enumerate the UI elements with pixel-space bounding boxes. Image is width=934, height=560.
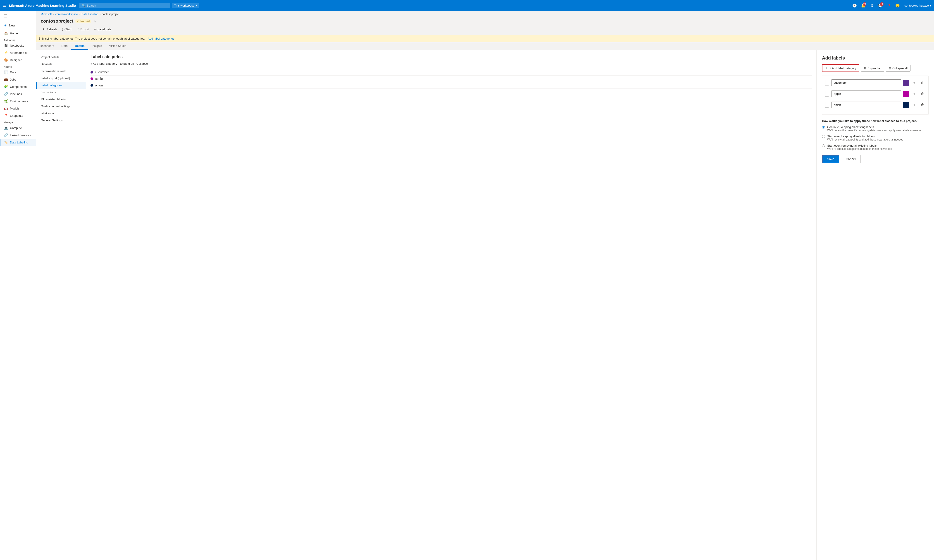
color-swatch-onion[interactable]	[903, 102, 909, 108]
delete-label-onion[interactable]: 🗑	[919, 102, 926, 108]
breadcrumb-microsoft[interactable]: Microsoft	[41, 13, 52, 16]
breadcrumb-workspace[interactable]: contosoworkspace	[55, 13, 78, 16]
label-item-apple: ＋ 🗑	[825, 89, 926, 98]
page-header: contosoproject ⚠ Paused ☆ ↻ Refresh ▷ St…	[36, 18, 934, 35]
new-button[interactable]: ＋ New	[0, 21, 36, 30]
sidebar-item-home[interactable]: 🏠 Home	[0, 30, 36, 37]
add-sublabel-apple[interactable]: ＋	[911, 91, 917, 97]
label-input-cucumber[interactable]	[831, 79, 901, 86]
tab-insights[interactable]: Insights	[88, 42, 106, 50]
tab-vision-studio[interactable]: Vision Studio	[106, 42, 130, 50]
collapse-all-button[interactable]: ⊟ Collapse all	[886, 65, 911, 71]
sidebar-item-endpoints[interactable]: 📍 Endpoints	[0, 112, 36, 119]
export-button[interactable]: ↗ Export	[75, 26, 91, 32]
label-input-onion[interactable]	[831, 102, 901, 108]
radio-continue-label: Continue, keeping all existing labels	[827, 125, 922, 129]
color-swatch-cucumber[interactable]	[903, 80, 909, 86]
delete-label-cucumber[interactable]: 🗑	[919, 80, 926, 86]
sidebar-item-data[interactable]: 📊 Data	[0, 69, 36, 76]
label-input-apple[interactable]	[831, 91, 901, 97]
search-box[interactable]: 🔍	[79, 3, 170, 8]
label-item-onion: ＋ 🗑	[825, 101, 926, 109]
add-sublabel-cucumber[interactable]: ＋	[911, 80, 917, 86]
status-text: Paused	[80, 20, 89, 23]
start-icon: ▷	[62, 28, 65, 31]
sidebar-item-linked-services[interactable]: 🔗 Linked Services	[0, 131, 36, 139]
settings-icon[interactable]: ⚙	[868, 2, 876, 9]
sidebar-item-label: Automated ML	[10, 51, 29, 55]
environments-icon: 🌿	[4, 99, 8, 103]
radio-continue[interactable]	[822, 126, 825, 129]
sidebar-item-data-labeling[interactable]: 🏷️ Data Labeling	[0, 139, 36, 146]
search-input[interactable]	[87, 4, 168, 7]
notebooks-icon: 📓	[4, 44, 8, 47]
add-label-category-button[interactable]: ＋ + Add label category	[822, 64, 859, 72]
sidebar-item-notebooks[interactable]: 📓 Notebooks	[0, 42, 36, 49]
refresh-button[interactable]: ↻ Refresh	[41, 26, 59, 32]
label-row-onion: onion	[91, 82, 812, 89]
page-title-row: contosoproject ⚠ Paused ☆	[41, 18, 929, 24]
sidebar-item-compute[interactable]: 💻 Compute	[0, 124, 36, 131]
add-label-category-button-main[interactable]: + Add label category	[91, 62, 117, 65]
nav-instructions[interactable]: Instructions	[36, 89, 86, 96]
nav-workforce[interactable]: Workforce	[36, 110, 86, 117]
feedback-icon[interactable]: 💬 14	[877, 2, 884, 9]
notifications-icon[interactable]: 🔔 23	[860, 2, 867, 9]
delete-label-apple[interactable]: 🗑	[919, 91, 926, 97]
sidebar-item-label: Components	[10, 85, 27, 88]
main-layout: ☰ ＋ New 🏠 Home Authoring 📓 Notebooks ⚡ A…	[0, 11, 934, 560]
color-swatch-apple[interactable]	[903, 91, 909, 97]
help-icon[interactable]: ❓	[885, 2, 892, 9]
radio-startover-keep-label: Start over, keeping all existing labels	[827, 135, 903, 138]
radio-startover-keep[interactable]	[822, 135, 825, 138]
nav-label-categories[interactable]: Label categories	[36, 82, 86, 89]
sidebar-item-designer[interactable]: 🎨 Designer	[0, 56, 36, 63]
nav-quality-control[interactable]: Quality control settings	[36, 103, 86, 110]
sidebar-hamburger[interactable]: ☰	[0, 11, 36, 21]
sidebar-item-environments[interactable]: 🌿 Environments	[0, 97, 36, 105]
favorite-star-icon[interactable]: ☆	[93, 19, 96, 23]
export-icon: ↗	[77, 28, 79, 31]
tab-dashboard[interactable]: Dashboard	[36, 42, 58, 50]
expand-all-button-main[interactable]: Expand all	[120, 62, 134, 65]
start-button[interactable]: ▷ Start	[60, 26, 74, 32]
panel-toolbar: ＋ + Add label category ⊞ Expand all ⊟ Co…	[822, 64, 929, 72]
nav-ml-assisted-labeling[interactable]: ML assisted labeling	[36, 96, 86, 103]
nav-datasets[interactable]: Datasets	[36, 61, 86, 68]
sidebar-item-components[interactable]: 🧩 Components	[0, 83, 36, 90]
sidebar-item-models[interactable]: 🤖 Models	[0, 105, 36, 112]
models-icon: 🤖	[4, 106, 8, 110]
breadcrumb-data-labeling[interactable]: Data Labeling	[82, 13, 98, 16]
sidebar-item-jobs[interactable]: 💼 Jobs	[0, 76, 36, 83]
save-button[interactable]: Save	[822, 155, 839, 163]
right-panel: Add labels ＋ + Add label category ⊞ Expa…	[816, 50, 934, 560]
tab-data[interactable]: Data	[58, 42, 71, 50]
nav-project-details[interactable]: Project details	[36, 54, 86, 61]
connector-onion	[825, 102, 829, 108]
workspace-selector[interactable]: This workspace ▾	[172, 3, 199, 8]
history-icon[interactable]: 🕐	[851, 2, 858, 9]
nav-incremental-refresh[interactable]: Incremental refresh	[36, 68, 86, 75]
sidebar-item-automated-ml[interactable]: ⚡ Automated ML	[0, 49, 36, 56]
nav-label-export[interactable]: Label export (optional)	[36, 75, 86, 82]
breadcrumb-project: contosoproject	[102, 13, 120, 16]
radio-startover-remove-desc: We'll re-label all datapoints based on t…	[827, 147, 892, 151]
radio-question: How would you like to apply these new la…	[822, 119, 929, 123]
add-sublabel-onion[interactable]: ＋	[911, 102, 917, 108]
smiley-icon[interactable]: 🙂	[894, 2, 901, 9]
status-badge: ⚠ Paused	[75, 19, 91, 23]
user-section[interactable]: contosoworkspace ▾	[904, 4, 931, 7]
cancel-button[interactable]: Cancel	[841, 155, 860, 163]
nav-general-settings[interactable]: General Settings	[36, 117, 86, 124]
tab-details[interactable]: Details	[71, 42, 88, 50]
hamburger-icon[interactable]: ☰	[3, 3, 6, 8]
collapse-all-button-main[interactable]: Collapse	[137, 62, 148, 65]
sidebar-item-label: Linked Services	[10, 134, 31, 137]
radio-startover-remove[interactable]	[822, 145, 825, 147]
details-nav: Project details Datasets Incremental ref…	[36, 50, 86, 560]
sidebar-item-pipelines[interactable]: 🔗 Pipelines	[0, 90, 36, 97]
warning-link[interactable]: Add label categories.	[148, 37, 175, 40]
home-icon: 🏠	[4, 31, 8, 35]
label-data-button[interactable]: ✏ Label data	[92, 26, 114, 32]
expand-all-button[interactable]: ⊞ Expand all	[861, 65, 884, 71]
